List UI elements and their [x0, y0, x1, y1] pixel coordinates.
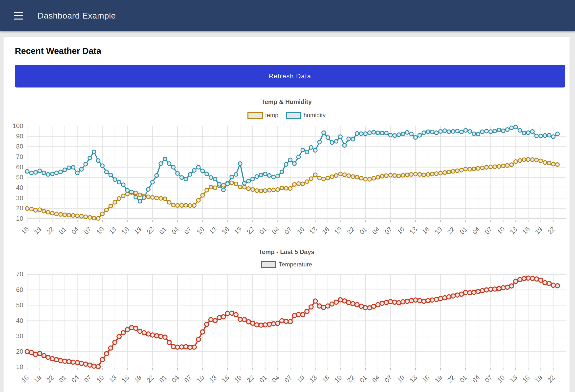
- svg-text:07: 07: [183, 225, 193, 236]
- temp-last-5-days-chart[interactable]: 7060504030201016192201040710131619220104…: [3, 269, 570, 392]
- svg-text:19: 19: [533, 225, 544, 236]
- svg-text:04: 04: [471, 225, 481, 236]
- legend-item-temperature[interactable]: Temperature: [261, 261, 312, 268]
- svg-text:04: 04: [70, 374, 80, 384]
- svg-text:19: 19: [133, 225, 143, 236]
- svg-text:10: 10: [195, 374, 206, 384]
- svg-text:16: 16: [421, 374, 431, 384]
- svg-text:13: 13: [108, 225, 118, 236]
- svg-text:16: 16: [220, 374, 231, 384]
- svg-text:16: 16: [421, 225, 431, 236]
- humidity-legend-label: humidity: [304, 112, 326, 119]
- temp-legend-swatch: [247, 112, 263, 119]
- svg-text:50: 50: [16, 301, 23, 309]
- svg-text:50: 50: [16, 174, 23, 181]
- svg-text:22: 22: [45, 374, 55, 384]
- svg-text:100: 100: [13, 122, 23, 130]
- svg-text:07: 07: [83, 225, 93, 236]
- refresh-data-button[interactable]: Refresh Data: [15, 65, 565, 88]
- svg-text:19: 19: [533, 374, 544, 384]
- legend-item-humidity[interactable]: humidity: [286, 112, 326, 119]
- temp-humidity-chart[interactable]: 1009080706050403020101619220104071013161…: [3, 122, 570, 241]
- svg-text:01: 01: [58, 374, 68, 384]
- svg-text:01: 01: [258, 374, 268, 384]
- svg-text:60: 60: [16, 163, 23, 171]
- svg-text:04: 04: [371, 374, 381, 384]
- svg-text:13: 13: [508, 225, 519, 236]
- content-card: Recent Weather Data Refresh Data Temp & …: [3, 37, 570, 392]
- svg-text:16: 16: [220, 225, 231, 236]
- svg-text:10: 10: [16, 363, 23, 370]
- svg-text:13: 13: [208, 225, 218, 236]
- svg-text:01: 01: [458, 225, 469, 236]
- svg-text:22: 22: [446, 225, 456, 236]
- svg-text:13: 13: [508, 374, 519, 384]
- svg-text:01: 01: [158, 374, 168, 384]
- chart2-legend: Temperature: [3, 261, 570, 268]
- svg-text:13: 13: [408, 225, 419, 236]
- svg-text:22: 22: [145, 374, 155, 384]
- svg-text:04: 04: [371, 225, 381, 236]
- svg-text:19: 19: [433, 225, 444, 236]
- svg-text:01: 01: [58, 225, 68, 236]
- svg-text:20: 20: [16, 204, 23, 212]
- svg-text:16: 16: [321, 374, 331, 384]
- svg-text:10: 10: [396, 225, 406, 236]
- svg-text:22: 22: [446, 374, 456, 384]
- svg-text:70: 70: [16, 270, 23, 278]
- svg-text:22: 22: [346, 225, 356, 236]
- svg-text:16: 16: [321, 225, 331, 236]
- page-title: Recent Weather Data: [15, 46, 101, 56]
- svg-text:07: 07: [283, 374, 293, 384]
- svg-text:01: 01: [458, 374, 469, 384]
- svg-text:10: 10: [396, 374, 406, 384]
- svg-text:19: 19: [333, 225, 343, 236]
- svg-text:01: 01: [158, 225, 168, 236]
- svg-text:16: 16: [120, 225, 131, 236]
- svg-text:90: 90: [16, 133, 23, 140]
- svg-text:07: 07: [483, 374, 494, 384]
- svg-text:13: 13: [408, 374, 419, 384]
- svg-text:22: 22: [346, 374, 356, 384]
- svg-text:10: 10: [195, 225, 206, 236]
- svg-text:19: 19: [32, 374, 43, 384]
- svg-text:16: 16: [20, 225, 30, 236]
- svg-text:04: 04: [170, 225, 181, 236]
- svg-text:19: 19: [233, 374, 243, 384]
- svg-text:22: 22: [245, 374, 256, 384]
- svg-text:40: 40: [16, 317, 23, 324]
- legend-item-temp[interactable]: temp: [247, 112, 278, 119]
- svg-text:10: 10: [496, 374, 506, 384]
- svg-text:13: 13: [208, 374, 218, 384]
- svg-text:20: 20: [16, 348, 23, 355]
- svg-text:07: 07: [383, 225, 394, 236]
- svg-text:07: 07: [483, 225, 494, 236]
- svg-text:22: 22: [145, 225, 155, 236]
- svg-text:04: 04: [70, 225, 80, 236]
- svg-text:22: 22: [546, 225, 556, 236]
- app-title: Dashboard Example: [38, 11, 116, 21]
- svg-text:07: 07: [183, 374, 193, 384]
- svg-text:22: 22: [45, 225, 55, 236]
- svg-text:19: 19: [433, 374, 444, 384]
- svg-text:16: 16: [20, 374, 30, 384]
- svg-text:07: 07: [83, 374, 93, 384]
- svg-text:04: 04: [471, 374, 481, 384]
- svg-text:80: 80: [16, 143, 23, 150]
- svg-text:60: 60: [16, 286, 23, 293]
- svg-text:40: 40: [16, 184, 23, 191]
- svg-text:10: 10: [95, 374, 106, 384]
- svg-text:04: 04: [270, 374, 281, 384]
- svg-text:10: 10: [295, 225, 306, 236]
- humidity-legend-swatch: [286, 112, 301, 119]
- svg-text:13: 13: [308, 225, 318, 236]
- svg-text:01: 01: [258, 225, 268, 236]
- app-header: Dashboard Example: [0, 0, 575, 31]
- svg-text:01: 01: [358, 374, 369, 384]
- svg-text:10: 10: [295, 374, 306, 384]
- svg-text:70: 70: [16, 153, 23, 161]
- hamburger-menu-icon[interactable]: [14, 12, 23, 20]
- svg-text:19: 19: [32, 225, 43, 236]
- svg-text:16: 16: [521, 374, 531, 384]
- chart2-title: Temp - Last 5 Days: [3, 248, 570, 255]
